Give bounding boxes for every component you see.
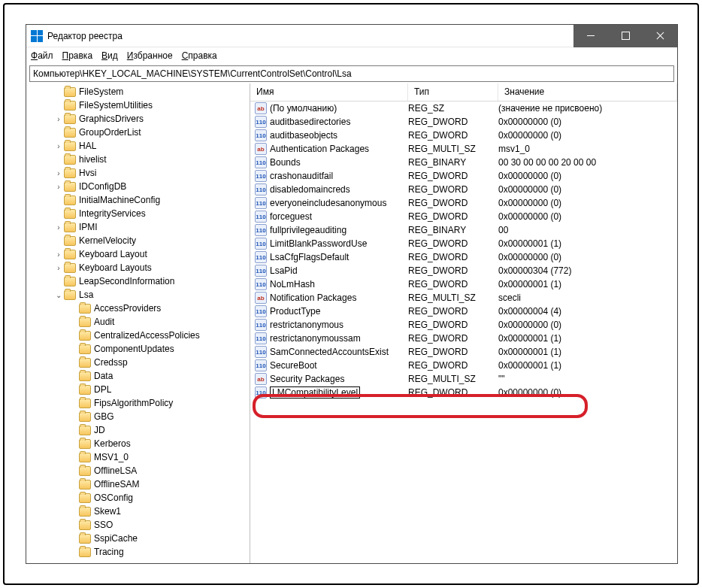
tree-item[interactable]: CentralizedAccessPolicies: [26, 329, 250, 342]
value-row[interactable]: 110LimitBlankPasswordUseREG_DWORD0x00000…: [250, 237, 677, 250]
value-row[interactable]: 110LsaCfgFlagsDefaultREG_DWORD0x00000000…: [250, 250, 677, 264]
tree-item[interactable]: JD: [26, 423, 250, 437]
chevron-right-icon[interactable]: ›: [53, 115, 64, 123]
tree-item[interactable]: OfflineLSA: [26, 464, 250, 477]
app-icon: [31, 30, 43, 42]
tree-item[interactable]: Skew1: [26, 505, 250, 518]
col-type[interactable]: Тип: [408, 83, 498, 101]
value-row[interactable]: 110auditbaseobjectsREG_DWORD0x00000000 (…: [250, 129, 677, 142]
tree-item[interactable]: GBG: [26, 410, 250, 423]
menu-help[interactable]: Справка: [182, 50, 217, 61]
address-bar[interactable]: Компьютер\HKEY_LOCAL_MACHINE\SYSTEM\Curr…: [29, 65, 674, 82]
col-name[interactable]: Имя: [250, 83, 408, 101]
value-row[interactable]: abAuthentication PackagesREG_MULTI_SZmsv…: [250, 142, 677, 156]
value-name: Bounds: [270, 157, 301, 168]
tree-item[interactable]: ›HAL: [26, 139, 250, 153]
value-row[interactable]: 110crashonauditfailREG_DWORD0x00000000 (…: [250, 169, 677, 183]
chevron-down-icon[interactable]: ⌄: [53, 291, 64, 299]
tree-item[interactable]: Data: [26, 369, 250, 383]
registry-tree[interactable]: FileSystemFileSystemUtilities›GraphicsDr…: [26, 83, 250, 563]
value-data: 00 30 00 00 00 20 00 00: [498, 157, 677, 168]
list-body[interactable]: ab(По умолчанию)REG_SZ(значение не присв…: [250, 102, 677, 563]
maximize-button[interactable]: [608, 25, 643, 47]
tree-item[interactable]: ›Hvsi: [26, 166, 250, 180]
main-splitter: FileSystemFileSystemUtilities›GraphicsDr…: [26, 83, 677, 563]
value-row[interactable]: 110everyoneincludesanonymousREG_DWORD0x0…: [250, 196, 677, 210]
value-row[interactable]: 110restrictanonymousREG_DWORD0x00000000 …: [250, 318, 677, 332]
tree-item[interactable]: KernelVelocity: [26, 234, 250, 247]
value-row[interactable]: 110restrictanonymoussamREG_DWORD0x000000…: [250, 332, 677, 345]
value-row[interactable]: 110fullprivilegeauditingREG_BINARY00: [250, 223, 677, 237]
value-type: REG_DWORD: [408, 306, 498, 317]
value-row[interactable]: 110disabledomaincredsREG_DWORD0x00000000…: [250, 183, 677, 196]
chevron-right-icon[interactable]: ›: [53, 264, 64, 272]
tree-item[interactable]: SSO: [26, 518, 250, 532]
value-row[interactable]: 110BoundsREG_BINARY00 30 00 00 00 20 00 …: [250, 156, 677, 169]
tree-item[interactable]: ComponentUpdates: [26, 342, 250, 356]
tree-item[interactable]: DPL: [26, 383, 250, 396]
chevron-right-icon[interactable]: ›: [53, 142, 64, 150]
tree-item[interactable]: IntegrityServices: [26, 207, 250, 220]
rename-input[interactable]: LMCompatibilityLevel: [270, 386, 360, 399]
chevron-right-icon[interactable]: ›: [53, 250, 64, 259]
menu-view[interactable]: Вид: [101, 50, 118, 61]
tree-item[interactable]: ›IPMI: [26, 220, 250, 234]
tree-item[interactable]: hivelist: [26, 153, 250, 166]
value-row[interactable]: ab(По умолчанию)REG_SZ(значение не присв…: [250, 102, 677, 115]
window-controls: [573, 25, 677, 47]
tree-item[interactable]: InitialMachineConfig: [26, 193, 250, 207]
tree-item[interactable]: Credssp: [26, 356, 250, 369]
tree-item[interactable]: SspiCache: [26, 532, 250, 545]
tree-item[interactable]: Tracing: [26, 545, 250, 559]
value-data: 0x00000004 (4): [498, 306, 677, 317]
chevron-right-icon[interactable]: ›: [53, 223, 64, 232]
value-data: scecli: [498, 292, 677, 303]
chevron-right-icon[interactable]: ›: [53, 169, 64, 177]
value-row[interactable]: 110SamConnectedAccountsExistREG_DWORD0x0…: [250, 345, 677, 359]
tree-item[interactable]: FileSystemUtilities: [26, 99, 250, 112]
value-row[interactable]: 110LsaPidREG_DWORD0x00000304 (772): [250, 264, 677, 277]
value-row[interactable]: 110NoLmHashREG_DWORD0x00000001 (1): [250, 277, 677, 291]
value-list[interactable]: Имя Тип Значение ab(По умолчанию)REG_SZ(…: [250, 83, 677, 563]
tree-item[interactable]: ›Keyboard Layout: [26, 247, 250, 261]
menu-favorites[interactable]: Избранное: [127, 50, 173, 61]
chevron-right-icon[interactable]: ›: [53, 183, 64, 191]
tree-item[interactable]: ⌄Lsa: [26, 288, 250, 302]
tree-label: hivelist: [79, 154, 107, 165]
value-data: 0x00000001 (1): [498, 333, 677, 344]
folder-icon: [64, 263, 76, 273]
tree-item[interactable]: ›Keyboard Layouts: [26, 261, 250, 274]
value-type: REG_DWORD: [408, 360, 498, 371]
menu-file[interactable]: Файл: [31, 50, 53, 61]
tree-label: DPL: [94, 384, 111, 395]
tree-item[interactable]: OSConfig: [26, 491, 250, 505]
tree-item[interactable]: Kerberos: [26, 437, 250, 450]
value-row[interactable]: 110LMCompatibilityLevelREG_DWORD0x000000…: [250, 386, 677, 399]
value-row[interactable]: abNotification PackagesREG_MULTI_SZscecl…: [250, 291, 677, 305]
value-row[interactable]: abSecurity PackagesREG_MULTI_SZ"": [250, 372, 677, 386]
tree-item[interactable]: LeapSecondInformation: [26, 274, 250, 288]
tree-item[interactable]: FipsAlgorithmPolicy: [26, 396, 250, 410]
titlebar[interactable]: Редактор реестра: [26, 25, 677, 47]
tree-item[interactable]: ›IDConfigDB: [26, 180, 250, 193]
tree-item[interactable]: FileSystem: [26, 85, 250, 99]
value-row[interactable]: 110auditbasedirectoriesREG_DWORD0x000000…: [250, 115, 677, 129]
tree-item[interactable]: OfflineSAM: [26, 477, 250, 491]
tree-item[interactable]: AccessProviders: [26, 302, 250, 315]
value-data: 0x00000001 (1): [498, 279, 677, 289]
tree-item[interactable]: GroupOrderList: [26, 126, 250, 139]
tree-item[interactable]: MSV1_0: [26, 450, 250, 464]
value-row[interactable]: 110ProductTypeREG_DWORD0x00000004 (4): [250, 305, 677, 318]
value-name: Security Packages: [270, 374, 344, 384]
tree-item[interactable]: Audit: [26, 315, 250, 329]
menu-edit[interactable]: Правка: [62, 50, 93, 61]
col-data[interactable]: Значение: [498, 83, 677, 101]
close-button[interactable]: [643, 25, 677, 47]
tree-label: SSO: [94, 520, 113, 530]
value-row[interactable]: 110forceguestREG_DWORD0x00000000 (0): [250, 210, 677, 223]
value-row[interactable]: 110SecureBootREG_DWORD0x00000001 (1): [250, 359, 677, 372]
list-header[interactable]: Имя Тип Значение: [250, 83, 677, 102]
value-type: REG_BINARY: [408, 157, 498, 168]
minimize-button[interactable]: [573, 25, 608, 47]
tree-item[interactable]: ›GraphicsDrivers: [26, 112, 250, 126]
